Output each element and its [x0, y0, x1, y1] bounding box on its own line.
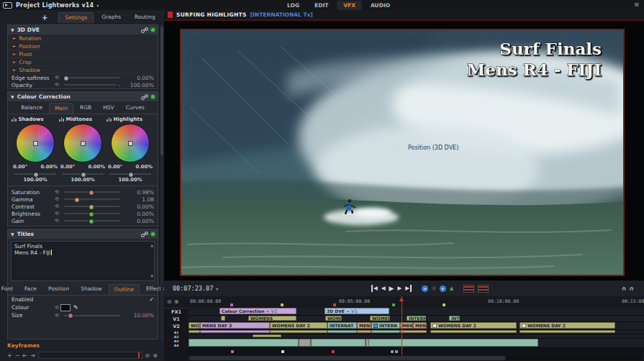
timeline-clip[interactable]: WOMENS DAY 2	[520, 322, 615, 329]
cc-gamma-slider-handle[interactable]	[74, 197, 80, 203]
collapse-icon[interactable]: ▼	[11, 94, 14, 99]
timeline-clip[interactable]: 3D DVE= V1	[325, 308, 389, 314]
dve-opacity-slider[interactable]	[64, 84, 120, 86]
menu-item-audio[interactable]: AUDIO	[364, 1, 396, 10]
reset-dial-icon[interactable]: ⟲	[53, 211, 60, 216]
keyframe-timeline-bar[interactable]	[38, 352, 142, 359]
timeline-clip[interactable]	[311, 339, 366, 347]
timeline-clip[interactable]: WOMENS DAY 2	[430, 322, 517, 329]
wheel-luma-slider[interactable]	[62, 173, 104, 175]
headphone-right-icon[interactable]: ∩	[630, 285, 635, 292]
expand-icon[interactable]: ►	[13, 36, 16, 40]
track-label-v2[interactable]: V2	[164, 322, 189, 330]
ruler-marker[interactable]	[333, 303, 336, 306]
track-label-v1[interactable]: V1	[164, 316, 189, 322]
timeline-clip[interactable]: INTERN	[407, 316, 426, 321]
keyframe-zoom-out-icon[interactable]: ⊖	[145, 352, 150, 359]
timeline-horizontal-scrollbar[interactable]	[189, 356, 642, 360]
timeline-clip[interactable]: MEND	[357, 322, 371, 329]
timeline-clip[interactable]: INT	[449, 316, 460, 321]
timeline-clip[interactable]	[400, 330, 427, 333]
cc-gamma-slider[interactable]	[64, 198, 120, 200]
keyframe-zoom-in-icon[interactable]: ⊕	[153, 352, 158, 359]
section-titles-header[interactable]: ▼ Titles	[8, 229, 158, 239]
cue-dot-icon[interactable]	[432, 286, 436, 291]
cc-gain-slider[interactable]	[64, 220, 120, 221]
sequence-marker[interactable]	[391, 350, 394, 353]
timeline-clip[interactable]: WOMENS DAY 2	[270, 322, 327, 329]
timeline-clip[interactable]	[357, 330, 371, 333]
viewer-clip-subtitle[interactable]: [INTERNATIONAL Tx]	[250, 12, 313, 18]
cc-saturation-slider[interactable]	[64, 191, 120, 193]
wheel-luma-handle[interactable]	[33, 172, 39, 178]
dve-edge-softness-slider[interactable]	[64, 77, 120, 78]
routing-icon[interactable]	[141, 232, 148, 237]
titles-tab-font[interactable]: Font	[0, 284, 18, 295]
timeline-ruler[interactable]: ⊖ ⊕ 00:00:00.0000:05:00.0000:10:00.0000:…	[164, 296, 644, 309]
outline-colour-swatch[interactable]	[60, 304, 71, 311]
timeline-clip[interactable]: INTERN	[371, 322, 400, 329]
wheel-luma-slider[interactable]	[109, 173, 151, 175]
colour-wheel[interactable]	[63, 124, 102, 163]
panel-scrollbar[interactable]	[160, 26, 163, 341]
colour-wheel[interactable]	[111, 124, 150, 163]
histogram-icon[interactable]	[12, 117, 17, 122]
timeline-clip[interactable]	[430, 330, 517, 333]
titles-tab-position[interactable]: Position	[43, 284, 74, 295]
step-forward-button[interactable]: ▶	[397, 285, 402, 292]
mark-in-icon[interactable]: ◂	[422, 285, 428, 292]
collapse-icon[interactable]: ▼	[11, 27, 14, 32]
timeline-clip[interactable]: WOMENS	[248, 316, 296, 321]
scroll-down-icon[interactable]: ▼	[150, 273, 153, 280]
dve-param-pivot[interactable]: ►Pivot	[8, 50, 158, 58]
size-slider[interactable]	[64, 315, 120, 316]
reset-dial-icon[interactable]: ⟲	[53, 196, 60, 202]
histogram-icon[interactable]	[106, 117, 112, 122]
reset-dial-icon[interactable]: ⟲	[53, 75, 60, 81]
wheel-handle[interactable]	[81, 141, 86, 146]
timecode-caret-icon[interactable]: ▾	[216, 286, 218, 291]
expand-icon[interactable]: ►	[13, 52, 16, 56]
section-3d-dve-header[interactable]: ▼ 3D DVE	[8, 25, 158, 35]
enabled-led-icon[interactable]	[151, 95, 155, 99]
enabled-led-icon[interactable]	[151, 28, 155, 32]
cc-tab-hsv[interactable]: HSV	[98, 103, 119, 114]
menu-item-edit[interactable]: EDIT	[308, 1, 335, 10]
headphone-left-icon[interactable]: ∩	[622, 285, 627, 292]
panel-tab-graphs[interactable]: Graphs	[96, 12, 127, 23]
window-close-icon[interactable]: ⊠	[634, 1, 639, 8]
timeline-view-b-icon[interactable]	[478, 285, 489, 293]
ruler-marker[interactable]	[443, 303, 445, 306]
timeline-clip[interactable]: Colour Correction= V2	[219, 308, 296, 314]
dve-edge-softness-slider-handle[interactable]	[63, 76, 69, 81]
timeline-clip[interactable]	[200, 330, 270, 333]
keyframe-prev-icon[interactable]: ⇤	[22, 352, 27, 359]
timeline-clip[interactable]: MEND	[413, 322, 427, 329]
timeline-clip[interactable]	[253, 334, 281, 337]
ruler-marker[interactable]	[230, 303, 233, 306]
timeline-zoom-in-icon[interactable]: ⊕	[174, 298, 179, 305]
dve-param-rotation[interactable]: ►Rotation	[8, 35, 158, 42]
titles-tab-face[interactable]: Face	[19, 284, 42, 295]
pencil-icon[interactable]: ✎	[73, 304, 78, 311]
panel-tab-routing[interactable]: Routing	[129, 12, 161, 23]
titles-tab-shadow[interactable]: Shadow	[76, 284, 107, 295]
dve-param-position[interactable]: ►Position	[8, 42, 158, 50]
collapse-icon[interactable]: ▼	[11, 232, 14, 237]
enabled-led-icon[interactable]	[151, 232, 155, 236]
cc-tab-main[interactable]: Main	[49, 103, 73, 114]
ruler-marker[interactable]	[392, 303, 395, 306]
keyframe-playhead-tick[interactable]	[138, 352, 140, 358]
timeline-clip[interactable]	[327, 330, 357, 333]
enabled-checkbox[interactable]: ✓	[149, 296, 154, 303]
colour-wheel[interactable]	[16, 124, 55, 163]
routing-icon[interactable]	[141, 27, 148, 33]
project-title[interactable]: Project Lightworks v14	[16, 2, 94, 9]
keyframe-next-icon[interactable]: ⇥	[30, 352, 35, 359]
ruler-marker[interactable]	[281, 303, 284, 306]
keyframe-remove-icon[interactable]: −	[15, 352, 20, 359]
histogram-icon[interactable]	[59, 117, 64, 122]
wheel-luma-handle[interactable]	[128, 172, 134, 178]
reset-dial-icon[interactable]: ⟲	[53, 204, 60, 209]
cc-brightness-slider-handle[interactable]	[89, 211, 94, 217]
